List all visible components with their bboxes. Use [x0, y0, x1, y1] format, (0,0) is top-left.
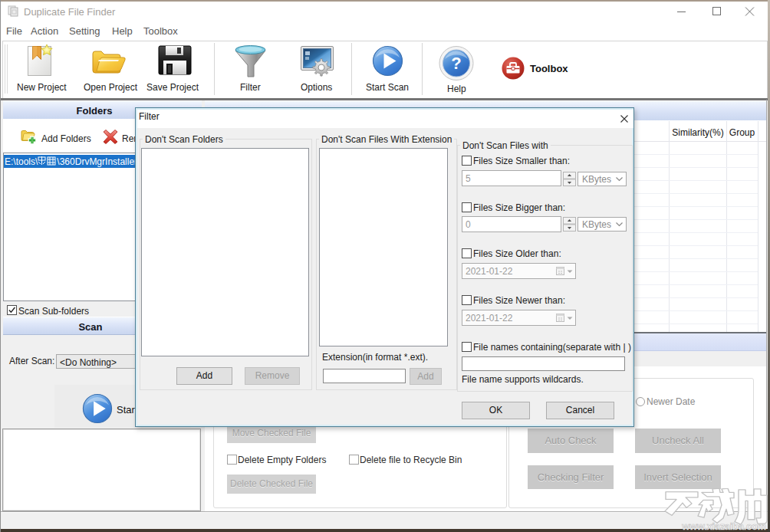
svg-text:?: ?	[451, 54, 461, 73]
svg-text:www.xiazaiba.com: www.xiazaiba.com	[681, 521, 766, 532]
